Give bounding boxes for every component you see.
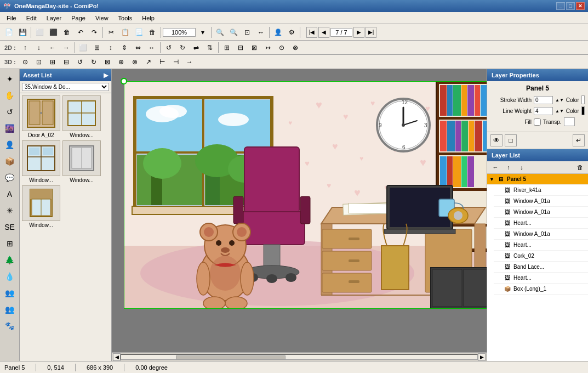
text-tool[interactable]: A bbox=[2, 187, 18, 202]
zoom-in-btn[interactable]: 🔍 bbox=[213, 26, 226, 39]
hscroll-left-btn[interactable]: ◀ bbox=[113, 353, 121, 361]
stroke-width-input[interactable] bbox=[534, 96, 553, 104]
copy-btn[interactable]: ⬜ bbox=[33, 26, 46, 39]
layer-river[interactable]: 🖼 River_k41a bbox=[494, 185, 588, 196]
3d-btn9[interactable]: ⊗ bbox=[128, 55, 141, 69]
layer-panel5[interactable]: ▼ ⊞ Panel 5 bbox=[487, 174, 588, 185]
effect-tool[interactable]: ✳ bbox=[2, 203, 18, 218]
layer-arrow-btn[interactable]: ← bbox=[489, 162, 501, 172]
3d-btn11[interactable]: ⊢ bbox=[156, 55, 169, 69]
menu-edit[interactable]: Edit bbox=[22, 14, 41, 22]
2d-btn8[interactable]: ↣ bbox=[261, 41, 275, 54]
visibility-btn[interactable]: 👁 bbox=[490, 134, 503, 146]
fill-color-btn[interactable] bbox=[564, 117, 575, 126]
menu-view[interactable]: View bbox=[91, 14, 113, 22]
fit-width-btn[interactable]: ↔ bbox=[254, 26, 267, 39]
3d-btn2[interactable]: ⊡ bbox=[32, 55, 45, 69]
tree-tool[interactable]: 🌲 bbox=[2, 252, 18, 268]
2d-up-btn[interactable]: ↑ bbox=[19, 41, 32, 54]
frame-first-btn[interactable]: |◀ bbox=[306, 27, 317, 38]
asset-item-window3[interactable]: Window... bbox=[62, 140, 101, 183]
2d-shrink-btn[interactable]: ⊞ bbox=[90, 41, 104, 54]
hand-tool[interactable]: ✋ bbox=[2, 88, 18, 103]
2d-expand-btn[interactable]: ⬜ bbox=[77, 41, 90, 54]
zoom-out-btn[interactable]: 🔍 bbox=[227, 26, 240, 39]
lock-btn[interactable]: □ bbox=[505, 134, 517, 146]
select-tool[interactable]: ✦ bbox=[2, 71, 18, 87]
3d-btn4[interactable]: ⊟ bbox=[60, 55, 73, 69]
layer-delete-btn[interactable]: 🗑 bbox=[574, 162, 586, 172]
save-btn[interactable]: 💾 bbox=[16, 26, 29, 39]
frame-tool[interactable]: ⊞ bbox=[2, 236, 18, 251]
se-tool[interactable]: SE bbox=[2, 219, 18, 235]
handle-bottom[interactable] bbox=[121, 78, 127, 84]
2d-rotate-r-btn[interactable]: ↻ bbox=[176, 41, 189, 54]
3d-btn1[interactable]: ⊙ bbox=[19, 55, 32, 69]
3d-btn5[interactable]: ↺ bbox=[73, 55, 87, 69]
3d-btn13[interactable]: → bbox=[183, 55, 196, 69]
undo-btn[interactable]: ↶ bbox=[74, 26, 87, 39]
menu-page[interactable]: Page bbox=[67, 14, 90, 22]
2d-btn9[interactable]: ⊙ bbox=[275, 41, 288, 54]
persons2-tool[interactable]: 👥 bbox=[2, 302, 18, 317]
line-weight-input[interactable] bbox=[534, 107, 553, 115]
delete-btn[interactable]: 🗑 bbox=[60, 26, 73, 39]
char-tool[interactable]: 👤 bbox=[2, 137, 18, 152]
maximize-button[interactable]: □ bbox=[566, 2, 575, 10]
tb-btn8[interactable]: 📋 bbox=[118, 26, 132, 39]
layer-heart3[interactable]: 🖼 Heart... bbox=[494, 273, 588, 284]
props-arrow-btn[interactable]: ↵ bbox=[573, 134, 585, 146]
asset-item-door[interactable]: Door A_02 bbox=[22, 95, 60, 138]
layer-cork[interactable]: 🖼 Cork_02 bbox=[494, 251, 588, 262]
asset-item-window1[interactable]: Window... bbox=[62, 95, 101, 138]
menu-tools[interactable]: Tools bbox=[114, 14, 137, 22]
3d-btn7[interactable]: ⊠ bbox=[101, 55, 114, 69]
redo-btn[interactable]: ↷ bbox=[88, 26, 101, 39]
2d-shorter-btn[interactable]: ⇕ bbox=[118, 41, 131, 54]
2d-btn5[interactable]: ⊞ bbox=[220, 41, 233, 54]
2d-flip-h-btn[interactable]: ⇌ bbox=[190, 41, 203, 54]
item-tool[interactable]: 📦 bbox=[2, 154, 18, 169]
2d-btn6[interactable]: ⊟ bbox=[234, 41, 247, 54]
hscroll-right-btn[interactable]: ▶ bbox=[478, 353, 486, 361]
3d-btn8[interactable]: ⊕ bbox=[115, 55, 128, 69]
2d-narrower-btn[interactable]: ↔ bbox=[145, 41, 158, 54]
2d-taller-btn[interactable]: ↕ bbox=[104, 41, 117, 54]
2d-flip-v-btn[interactable]: ⇅ bbox=[203, 41, 216, 54]
persons-tool[interactable]: 👥 bbox=[2, 285, 18, 301]
menu-layer[interactable]: Layer bbox=[42, 14, 66, 22]
canvas-scroll[interactable]: ♥ ♥ ♥ ♥ ♥ ♥ ♥ ♥ ♥ ♥ ♥ ♥ ♥ bbox=[112, 69, 487, 352]
2d-btn10[interactable]: ⊗ bbox=[289, 41, 302, 54]
drop-tool[interactable]: 💧 bbox=[2, 269, 18, 284]
layer-down-btn[interactable]: ↓ bbox=[516, 162, 528, 172]
fit-btn[interactable]: ⊡ bbox=[241, 26, 254, 39]
layer-boxlong[interactable]: 📦 Box (Long)_1 bbox=[494, 284, 588, 295]
tb-btn9[interactable]: 📃 bbox=[132, 26, 145, 39]
frame-next-btn[interactable]: ▶ bbox=[353, 27, 364, 38]
3d-btn10[interactable]: ↗ bbox=[142, 55, 155, 69]
3d-btn12[interactable]: ⊣ bbox=[169, 55, 182, 69]
3d-btn6[interactable]: ↻ bbox=[87, 55, 100, 69]
tb-btn10[interactable]: 🗑 bbox=[146, 26, 159, 39]
paste-btn[interactable]: ⬛ bbox=[47, 26, 60, 39]
rotate3d-tool[interactable]: ↺ bbox=[2, 104, 18, 120]
asset-item-window4[interactable]: Window... bbox=[22, 185, 60, 228]
2d-wider-btn[interactable]: ⇔ bbox=[132, 41, 145, 54]
layer-heart2[interactable]: 🖼 Heart... bbox=[494, 240, 588, 251]
layer-up-btn[interactable]: ↑ bbox=[503, 162, 515, 172]
2d-left-btn[interactable]: ← bbox=[46, 41, 59, 54]
zoom-dropdown-btn[interactable]: ▾ bbox=[196, 26, 209, 39]
cut-btn[interactable]: ✂ bbox=[105, 26, 118, 39]
new-btn[interactable]: 📄 bbox=[2, 26, 15, 39]
3d-btn3[interactable]: ⊞ bbox=[46, 55, 59, 69]
asset-category-select[interactable]: 35.Window & Do... bbox=[22, 83, 109, 91]
close-button[interactable]: ✕ bbox=[576, 2, 585, 10]
hscroll-track[interactable] bbox=[121, 354, 478, 360]
menu-file[interactable]: File bbox=[2, 14, 21, 22]
frame-last-btn[interactable]: ▶| bbox=[366, 27, 376, 38]
frame-prev-btn[interactable]: ◀ bbox=[318, 27, 329, 38]
hscroll-thumb[interactable] bbox=[176, 355, 286, 360]
menu-help[interactable]: Help bbox=[138, 14, 159, 22]
stroke-width-spinner-up[interactable]: ▲▼ bbox=[555, 98, 564, 103]
layer-heart1[interactable]: 🖼 Heart... bbox=[494, 218, 588, 229]
